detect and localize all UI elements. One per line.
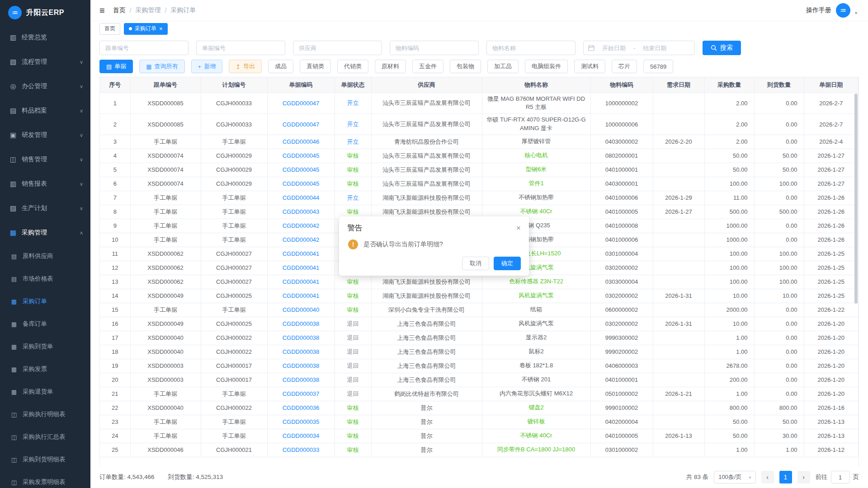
doc-no-input[interactable] <box>196 41 285 55</box>
cell-code[interactable]: CGDD000042 <box>267 233 335 247</box>
breadcrumb-home[interactable]: 首页 <box>113 6 126 14</box>
sidebar-subitem[interactable]: ◫采购发票明细表 <box>0 471 90 488</box>
cell-code[interactable]: CGDD000037 <box>267 387 335 401</box>
end-date-input[interactable] <box>637 45 672 52</box>
cell-code[interactable]: CGDD000038 <box>267 359 335 373</box>
cell-code[interactable]: CGDD000044 <box>267 191 335 205</box>
cell-code[interactable]: CGDD000040 <box>267 303 335 317</box>
add-button[interactable]: + 新增 <box>191 60 223 73</box>
prev-page-button[interactable]: ‹ <box>761 471 774 483</box>
sidebar-item[interactable]: ▦采购管理∧ <box>0 221 90 245</box>
table-row[interactable]: 20XSDD000003CGJH000017CGDD000038退回上海三色食品… <box>100 373 859 387</box>
cell-code[interactable]: CGDD000042 <box>267 219 335 233</box>
manual-link[interactable]: 操作手册 <box>806 6 831 14</box>
table-row[interactable]: 14XSDD000049CGJH000025CGDD000041审核湖南飞沃新能… <box>100 289 859 303</box>
track-no-input[interactable] <box>99 41 189 55</box>
sidebar-subitem[interactable]: ◫采购执行汇总表 <box>0 426 90 448</box>
supplier-input[interactable] <box>293 41 382 55</box>
sidebar-item[interactable]: ◎办公管理∨ <box>0 74 90 99</box>
page-1-button[interactable]: 1 <box>779 471 792 483</box>
category-button[interactable]: 芯片 <box>612 60 637 73</box>
goto-page-input[interactable] <box>831 471 850 483</box>
table-row[interactable]: 16XSDD000049CGJH000025CGDD000038退回上海三色食品… <box>100 317 859 331</box>
sidebar-subitem[interactable]: ◫采购到货明细表 <box>0 448 90 471</box>
confirm-button[interactable]: 确定 <box>494 257 521 270</box>
sidebar-item[interactable]: ▣研发管理∨ <box>0 123 90 147</box>
query-all-button[interactable]: ▦ 查询所有 <box>139 60 184 73</box>
cell-code[interactable]: CGDD000041 <box>267 275 335 289</box>
material-code-input[interactable] <box>390 41 479 55</box>
material-name-input[interactable] <box>486 41 576 55</box>
document-button[interactable]: ▤ 单据 <box>99 60 133 73</box>
table-row[interactable]: 15手工单据手工单据CGDD000040审核深圳小白兔专业干洗有限公司纸箱060… <box>100 303 859 317</box>
cell-code[interactable]: CGDD000033 <box>267 443 335 457</box>
cell-code[interactable]: CGDD000038 <box>267 331 335 345</box>
cell-code[interactable]: CGDD000036 <box>267 401 335 415</box>
cell-code[interactable]: CGDD000041 <box>267 289 335 303</box>
table-row[interactable]: 5XSDD000074CGJH000029CGDD000045审核汕头市三辰蓝猫… <box>100 163 859 177</box>
sidebar-subitem[interactable]: ▦采购退货单 <box>0 380 90 403</box>
breadcrumb-item[interactable]: 采购订单 <box>170 6 196 14</box>
sidebar-subitem[interactable]: ▦采购到货单 <box>0 335 90 358</box>
table-row[interactable]: 18XSDD000040CGJH000022CGDD000038退回上海三色食品… <box>100 345 859 359</box>
table-row[interactable]: 25XSDD000046CGJH000021CGDD000033审核普尔同步带件… <box>100 443 859 457</box>
close-icon[interactable]: × <box>516 224 521 232</box>
cell-code[interactable]: CGDD000046 <box>267 135 335 149</box>
cell-code[interactable]: CGDD000047 <box>267 93 335 114</box>
sidebar-item[interactable]: ◫销售管理∨ <box>0 147 90 172</box>
table-row[interactable]: 13XSDD000062CGJH000027CGDD000041审核湖南飞沃新能… <box>100 275 859 289</box>
table-row[interactable]: 23手工单据手工单据CGDD000035审核普尔镀锌板040200000450.… <box>100 415 859 429</box>
table-row[interactable]: 2XSDD000085CGJH000033CGDD000047开立汕头市三辰蓝猫… <box>100 114 859 135</box>
cancel-button[interactable]: 取消 <box>462 257 489 270</box>
sidebar-item[interactable]: ▤料品档案∨ <box>0 99 90 123</box>
cell-code[interactable]: CGDD000045 <box>267 163 335 177</box>
export-button[interactable]: ↥ 导出 <box>229 60 262 73</box>
cell-code[interactable]: CGDD000045 <box>267 149 335 163</box>
cell-code[interactable]: CGDD000047 <box>267 114 335 135</box>
cell-code[interactable]: CGDD000038 <box>267 373 335 387</box>
table-row[interactable]: 22XSDD000040CGJH000022CGDD000036审核普尔键盘29… <box>100 401 859 415</box>
breadcrumb-item[interactable]: 采购管理 <box>136 6 161 14</box>
table-row[interactable]: 19XSDD000003CGJH000017CGDD000038退回上海三色食品… <box>100 359 859 373</box>
table-row[interactable]: 1XSDD000085CGJH000033CGDD000047开立汕头市三辰蓝猫… <box>100 93 859 114</box>
table-row[interactable]: 17XSDD000040CGJH000022CGDD000038退回上海三色食品… <box>100 331 859 345</box>
tab-purchase-orders[interactable]: 采购订单 × <box>124 23 168 35</box>
table-scrollbar[interactable] <box>854 94 858 304</box>
sidebar-subitem[interactable]: ◫采购执行明细表 <box>0 403 90 426</box>
category-button[interactable]: 56789 <box>643 60 673 73</box>
category-button[interactable]: 原材料 <box>375 60 406 73</box>
category-button[interactable]: 加工品 <box>487 60 519 73</box>
sidebar-item[interactable]: ▨生产计划∨ <box>0 196 90 221</box>
category-button[interactable]: 直销类 <box>300 60 331 73</box>
menu-collapse-icon[interactable]: ≡ <box>99 5 105 16</box>
sidebar-item[interactable]: ▧流程管理∨ <box>0 50 90 74</box>
sidebar-subitem[interactable]: ▦备库订单 <box>0 313 90 335</box>
table-row[interactable]: 21手工单据手工单据CGDD000037退回鹤岗比优特超市有限公司内六角花形沉头… <box>100 387 859 401</box>
sidebar-subitem[interactable]: ▤市场价格表 <box>0 267 90 290</box>
tab-home[interactable]: 首页 <box>99 23 120 35</box>
category-button[interactable]: 测试料 <box>574 60 605 73</box>
sidebar-subitem[interactable]: ▤原料供应商 <box>0 245 90 267</box>
chevron-down-icon[interactable]: ▾ <box>855 10 857 15</box>
sidebar-item[interactable]: ▥销售报表∨ <box>0 172 90 196</box>
search-button[interactable]: 搜索 <box>703 41 741 55</box>
cell-code[interactable]: CGDD000035 <box>267 415 335 429</box>
category-button[interactable]: 成品 <box>268 60 293 73</box>
sidebar-subitem[interactable]: ▦采购发票 <box>0 358 90 380</box>
cell-code[interactable]: CGDD000038 <box>267 345 335 359</box>
table-row[interactable]: 3手工单据手工单据CGDD000046开立青海纺织品股份合作公司厚壁镀锌管040… <box>100 135 859 149</box>
table-row[interactable]: 6XSDD000074CGJH000029CGDD000045审核汕头市三辰蓝猫… <box>100 177 859 191</box>
table-row[interactable]: 24手工单据手工单据CGDD000034审核普尔不锈钢 40Cr04010000… <box>100 429 859 443</box>
cell-code[interactable]: CGDD000041 <box>267 247 335 261</box>
date-range-picker[interactable]: - <box>583 41 695 55</box>
table-row[interactable]: 7手工单据手工单据CGDD000044开立湖南飞沃新能源科技股份有限公司不锈钢加… <box>100 191 859 205</box>
cell-code[interactable]: CGDD000045 <box>267 177 335 191</box>
category-button[interactable]: 代销类 <box>337 60 368 73</box>
sidebar-subitem[interactable]: ▦采购订单 <box>0 290 90 313</box>
cell-code[interactable]: CGDD000043 <box>267 205 335 219</box>
category-button[interactable]: 五金件 <box>412 60 443 73</box>
cell-code[interactable]: CGDD000041 <box>267 261 335 275</box>
table-row[interactable]: 4XSDD000074CGJH000029CGDD000045审核汕头市三辰蓝猫… <box>100 149 859 163</box>
page-size-select[interactable]: 100条/页 ▾ <box>714 471 755 483</box>
category-button[interactable]: 电脑组装件 <box>525 60 568 73</box>
